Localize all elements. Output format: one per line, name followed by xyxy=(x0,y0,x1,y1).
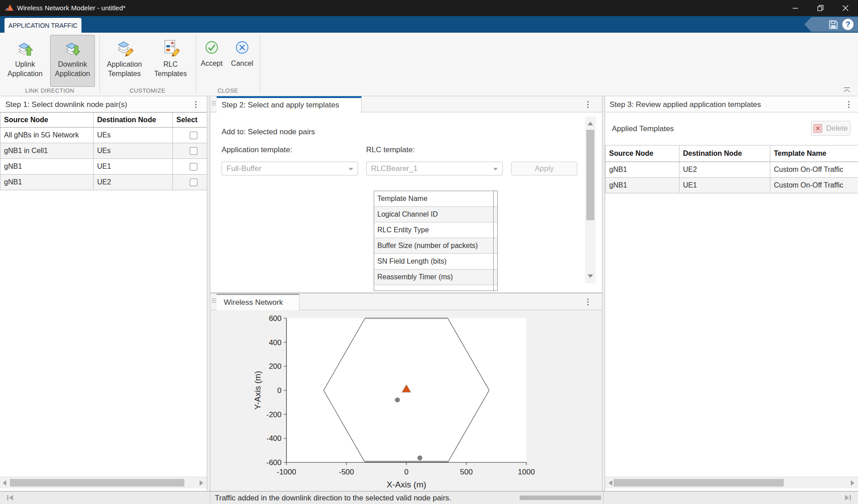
table-row[interactable]: gNB1 in Cell1 UEs xyxy=(0,143,208,159)
list-item[interactable]: RLC Entity Type xyxy=(374,222,497,238)
group-label-close: CLOSE xyxy=(196,87,260,94)
step2-tab[interactable]: Step 2: Select and apply templates xyxy=(217,96,362,113)
source-node-cell: All gNBs in 5G Network xyxy=(0,128,94,143)
scroll-right-icon[interactable] xyxy=(851,480,854,486)
svg-text:600: 600 xyxy=(269,314,282,323)
apply-button[interactable]: Apply xyxy=(511,162,577,175)
save-icon[interactable] xyxy=(828,19,839,30)
scrollbar-thumb[interactable] xyxy=(10,479,184,487)
scroll-left-icon[interactable] xyxy=(609,480,612,486)
step3-header: Step 3: Review applied application templ… xyxy=(605,96,858,112)
button-label: Accept xyxy=(201,59,223,68)
uplink-application-button[interactable]: UplinkApplication xyxy=(3,35,47,87)
accept-check-icon xyxy=(203,39,220,56)
svg-text:-400: -400 xyxy=(266,434,282,443)
list-item[interactable]: Buffer Size (number of packets) xyxy=(374,238,497,254)
column-header: Source Node xyxy=(0,113,94,128)
row-select-checkbox[interactable] xyxy=(190,163,197,171)
step1-menu-icon[interactable] xyxy=(192,100,199,109)
step2-menu-icon[interactable] xyxy=(585,100,591,109)
step3-panel: Step 3: Review applied application templ… xyxy=(605,96,858,491)
button-label: Templates xyxy=(154,69,187,78)
table-row[interactable]: gNB1 UE2 Custom On-Off Traffic xyxy=(606,162,858,178)
list-item[interactable]: Template Name xyxy=(374,191,497,207)
cancel-button[interactable]: Cancel xyxy=(227,35,257,87)
cancel-x-icon xyxy=(234,39,251,56)
svg-text:Y-Axis (m): Y-Axis (m) xyxy=(253,371,262,410)
scrollbar-thumb[interactable] xyxy=(614,479,784,487)
rlc-template-dropdown[interactable]: RLCBearer_1 xyxy=(366,162,503,175)
list-item[interactable]: Reassembly Timer (ms) xyxy=(374,269,497,285)
row-select-checkbox[interactable] xyxy=(190,179,197,186)
step2-vertical-scrollbar[interactable] xyxy=(585,116,596,283)
panel-splitter[interactable] xyxy=(602,96,605,491)
application-templates-button[interactable]: ApplicationTemplates xyxy=(102,35,147,87)
step3-menu-icon[interactable] xyxy=(845,100,852,109)
tab-application-traffic[interactable]: APPLICATION TRAFFIC xyxy=(4,18,81,33)
delete-button[interactable]: ✕ Delete xyxy=(811,121,850,136)
scroll-up-icon[interactable] xyxy=(588,122,593,125)
source-node-cell: gNB1 in Cell1 xyxy=(0,143,94,159)
restore-button[interactable] xyxy=(808,0,833,16)
downlink-application-button[interactable]: DownlinkApplication xyxy=(50,35,95,87)
step1-horizontal-scrollbar[interactable] xyxy=(0,477,207,488)
row-select-checkbox[interactable] xyxy=(190,147,197,155)
application-template-label: Application template: xyxy=(222,145,292,154)
network-plot[interactable]: -1000-50005001000-600-400-2000200400600X… xyxy=(210,310,602,491)
svg-text:400: 400 xyxy=(269,338,282,347)
column-header: Destination Node xyxy=(679,145,770,162)
matlab-logo-icon xyxy=(4,3,14,13)
scroll-down-icon[interactable] xyxy=(588,274,593,278)
collapse-ribbon-icon[interactable] xyxy=(843,87,851,93)
table-row[interactable]: gNB1 UE2 xyxy=(0,175,208,190)
scroll-right-icon[interactable] xyxy=(200,480,203,486)
ribbon-toolbar: UplinkApplication DownlinkApplication LI… xyxy=(0,33,858,96)
group-customize: ApplicationTemplates RLCTemplates CUSTOM… xyxy=(100,33,195,96)
source-node-cell: gNB1 xyxy=(606,178,679,193)
destination-node-cell: UE1 xyxy=(679,178,770,193)
scrollbar-thumb[interactable] xyxy=(586,130,594,220)
rlc-templates-button[interactable]: RLCTemplates xyxy=(148,35,193,87)
status-divider xyxy=(603,491,604,504)
application-template-dropdown[interactable]: Full-Buffer xyxy=(222,162,358,175)
help-icon[interactable]: ? xyxy=(842,19,854,30)
template-name-cell: Custom On-Off Traffic xyxy=(770,162,858,178)
svg-text:500: 500 xyxy=(460,468,473,476)
row-select-checkbox[interactable] xyxy=(190,132,197,139)
close-button[interactable] xyxy=(833,0,858,16)
applied-templates-table: Source Node Destination Node Template Na… xyxy=(605,145,858,193)
source-node-cell: gNB1 xyxy=(0,175,94,190)
dropdown-value: RLCBearer_1 xyxy=(371,164,418,173)
skip-to-end-icon[interactable] xyxy=(844,495,851,501)
panel-splitter[interactable] xyxy=(207,96,210,491)
button-label: Application xyxy=(8,69,43,78)
scroll-left-icon[interactable] xyxy=(3,480,6,486)
list-item[interactable]: Logical Channel ID xyxy=(374,207,497,222)
list-item[interactable]: SN Field Length (bits) xyxy=(374,254,497,269)
status-scrollbar-thumb[interactable] xyxy=(520,495,601,500)
minimize-button[interactable] xyxy=(783,0,808,16)
drag-handle-icon[interactable] xyxy=(212,101,217,107)
column-header: Destination Node xyxy=(94,113,173,128)
svg-text:1000: 1000 xyxy=(518,468,535,476)
wireless-network-menu-icon[interactable] xyxy=(585,297,591,306)
step2-title: Step 2: Select and apply templates xyxy=(222,101,339,110)
group-label-link-direction: LINK DIRECTION xyxy=(0,87,99,94)
svg-text:-600: -600 xyxy=(266,458,282,467)
step1-header: Step 1: Select downlink node pair(s) xyxy=(0,96,207,112)
accept-button[interactable]: Accept xyxy=(197,35,226,87)
wireless-network-tab[interactable]: Wireless Network xyxy=(217,294,299,310)
quick-access-bar: ? xyxy=(804,17,858,32)
table-row[interactable]: All gNBs in 5G Network UEs xyxy=(0,128,208,143)
step3-horizontal-scrollbar[interactable] xyxy=(605,477,858,488)
minimize-icon xyxy=(792,5,798,11)
table-row[interactable]: gNB1 UE1 xyxy=(0,159,208,175)
drag-handle-icon[interactable] xyxy=(212,299,217,305)
toolbar-separator xyxy=(260,34,260,93)
destination-node-cell: UE2 xyxy=(94,175,173,190)
table-row[interactable]: gNB1 UE1 Custom On-Off Traffic xyxy=(606,178,858,193)
skip-to-start-icon[interactable] xyxy=(7,495,14,501)
destination-node-cell: UEs xyxy=(94,128,173,143)
chevron-down-icon xyxy=(349,168,353,171)
destination-node-cell: UE1 xyxy=(94,159,173,175)
